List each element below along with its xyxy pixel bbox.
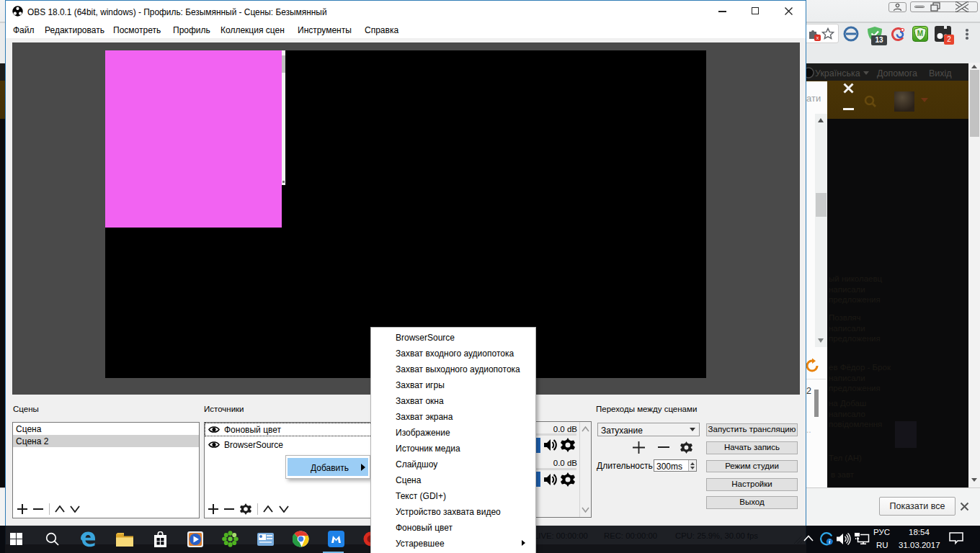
svg-text:M: M — [917, 30, 923, 37]
